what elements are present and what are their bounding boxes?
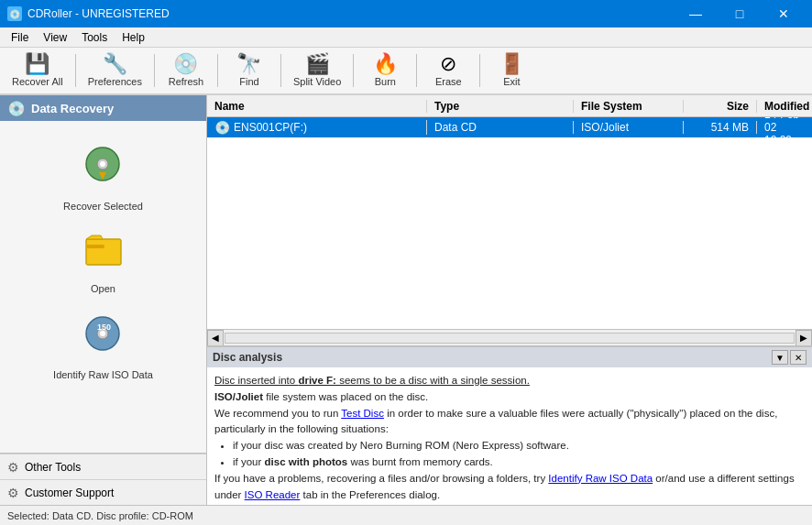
left-panel: 💿 Data Recovery Recov [0, 95, 207, 505]
identify-raw-iso-action[interactable]: 150 Identify Raw ISO Data [53, 309, 153, 380]
close-button[interactable]: ✕ [763, 0, 805, 27]
identify-raw-iso-icon: 150 [83, 314, 122, 360]
bullet2-bold: disc with photos [265, 456, 348, 467]
menu-view[interactable]: View [36, 29, 74, 46]
title-bar-title: CDRoller - UNREGISTERED [27, 7, 170, 20]
analysis-content: Disc inserted into drive F: seems to be … [207, 367, 812, 505]
menu-file[interactable]: File [4, 29, 36, 46]
recover-selected-action[interactable]: Recover Selected [63, 139, 143, 212]
data-recovery-icon: 💿 [7, 100, 26, 117]
menu-help[interactable]: Help [115, 29, 152, 46]
burn-button[interactable]: 🔥 Burn [357, 49, 412, 92]
col-header-type: Type [427, 100, 574, 113]
toolbar-sep-1 [75, 54, 76, 87]
find-button[interactable]: 🔭 Find [222, 49, 277, 92]
customer-support-icon: ⚙ [7, 486, 19, 500]
toolbar-sep-5 [353, 54, 354, 87]
find-icon: 🔭 [236, 54, 261, 74]
iso-reader-link[interactable]: ISO Reader [245, 489, 301, 500]
col-header-fs: File System [574, 100, 684, 113]
bullet2-prefix: if your [233, 456, 265, 467]
recover-selected-icon [83, 145, 122, 191]
analysis-line2-rest: file system was placed on the disc. [263, 391, 428, 402]
left-panel-header: 💿 Data Recovery [0, 95, 206, 121]
analysis-controls: ▼ ✕ [772, 350, 807, 365]
right-panel: Name Type File System Size Modified 💿 EN… [207, 95, 812, 505]
erase-icon: ⊘ [440, 54, 456, 74]
split-video-button[interactable]: 🎬 Split Video [285, 49, 349, 92]
preferences-button[interactable]: 🔧 Preferences [80, 49, 150, 92]
toolbar-sep-3 [217, 54, 218, 87]
scroll-left-button[interactable]: ◀ [207, 330, 224, 346]
file-name-value: ENS001CP(F:) [234, 121, 307, 134]
analysis-line1-prefix: Disc inserted into [214, 375, 298, 386]
minimize-button[interactable]: — [675, 0, 717, 27]
exit-label: Exit [503, 76, 520, 87]
analysis-minimize-button[interactable]: ▼ [772, 350, 788, 365]
analysis-close-button[interactable]: ✕ [790, 350, 807, 365]
split-video-label: Split Video [293, 76, 341, 87]
analysis-line1: Disc inserted into drive F: seems to be … [214, 373, 805, 389]
refresh-button[interactable]: 💿 Refresh [159, 49, 214, 92]
analysis-line1-suffix: seems to be a disc with a single session… [336, 375, 530, 386]
open-svg [84, 232, 123, 267]
identify-raw-iso-icon-wrap: 150 [78, 309, 127, 366]
menu-bar: File View Tools Help [0, 27, 812, 48]
recover-selected-label: Recover Selected [63, 201, 143, 212]
analysis-drive: drive F: [298, 375, 336, 386]
status-bar: Selected: Data CD. Disc profile: CD-ROM [0, 505, 812, 525]
table-row[interactable]: 💿 ENS001CP(F:) Data CD ISO/Joliet 514 MB… [207, 117, 812, 137]
toolbar-sep-4 [280, 54, 281, 87]
maximize-button[interactable]: □ [719, 0, 761, 27]
svg-marker-6 [86, 235, 103, 239]
left-panel-actions: Recover Selected Open [0, 121, 206, 453]
analysis-bullet-2: if your disc with photos was burnt from … [233, 454, 805, 471]
preferences-label: Preferences [88, 76, 142, 87]
refresh-label: Refresh [169, 76, 204, 87]
other-tools-item[interactable]: ⚙ Other Tools [0, 454, 206, 479]
customer-support-item[interactable]: ⚙ Customer Support [0, 479, 206, 505]
burn-label: Burn [375, 76, 396, 87]
exit-button[interactable]: 🚪 Exit [484, 49, 539, 92]
recover-selected-icon-wrap [78, 139, 127, 197]
svg-rect-4 [86, 239, 121, 265]
file-list-area: Name Type File System Size Modified 💿 EN… [207, 95, 812, 345]
other-tools-label: Other Tools [25, 461, 81, 474]
toolbar: 💾 Recover All 🔧 Preferences 💿 Refresh 🔭 … [0, 48, 812, 95]
horizontal-scrollbar[interactable]: ◀ ▶ [207, 329, 812, 345]
open-action[interactable]: Open [79, 226, 128, 294]
preferences-icon: 🔧 [103, 54, 127, 74]
test-disc-link[interactable]: Test Disc [341, 408, 384, 419]
refresh-icon: 💿 [173, 54, 198, 74]
title-bar-controls: — □ ✕ [675, 0, 805, 27]
left-panel-bottom: ⚙ Other Tools ⚙ Customer Support [0, 453, 206, 505]
open-icon [84, 232, 123, 274]
toolbar-sep-7 [479, 54, 480, 87]
menu-tools[interactable]: Tools [74, 29, 115, 46]
erase-button[interactable]: ⊘ Erase [421, 49, 476, 92]
file-list-body: 💿 ENS001CP(F:) Data CD ISO/Joliet 514 MB… [207, 117, 812, 329]
recover-all-button[interactable]: 💾 Recover All [4, 49, 71, 92]
split-video-icon: 🎬 [305, 54, 330, 74]
file-name-cell: 💿 ENS001CP(F:) [207, 120, 427, 135]
file-list-header: Name Type File System Size Modified [207, 95, 812, 117]
bullet2-rest: was burnt from memory cards. [347, 456, 492, 467]
burn-icon: 🔥 [373, 54, 398, 74]
scroll-track[interactable] [225, 333, 795, 344]
analysis-panel: Disc analysis ▼ ✕ Disc inserted into dri… [207, 345, 812, 505]
toolbar-sep-2 [154, 54, 155, 87]
svg-point-2 [100, 161, 105, 167]
other-tools-icon: ⚙ [7, 460, 19, 475]
title-bar: 💿 CDRoller - UNREGISTERED — □ ✕ [0, 0, 812, 27]
open-label: Open [91, 283, 115, 294]
raw-iso-link[interactable]: Identify Raw ISO Data [548, 473, 653, 484]
status-text: Selected: Data CD. Disc profile: CD-ROM [7, 510, 193, 521]
analysis-title: Disc analysis [213, 351, 282, 364]
identify-raw-iso-svg: 150 [83, 314, 122, 353]
recover-all-icon: 💾 [25, 54, 49, 74]
file-fs-cell: ISO/Joliet [574, 121, 684, 134]
file-type-cell: Data CD [427, 121, 574, 134]
analysis-line3-prefix: We recommend you to run [214, 408, 341, 419]
scroll-right-button[interactable]: ▶ [796, 330, 812, 346]
main-area: 💿 Data Recovery Recov [0, 95, 812, 505]
